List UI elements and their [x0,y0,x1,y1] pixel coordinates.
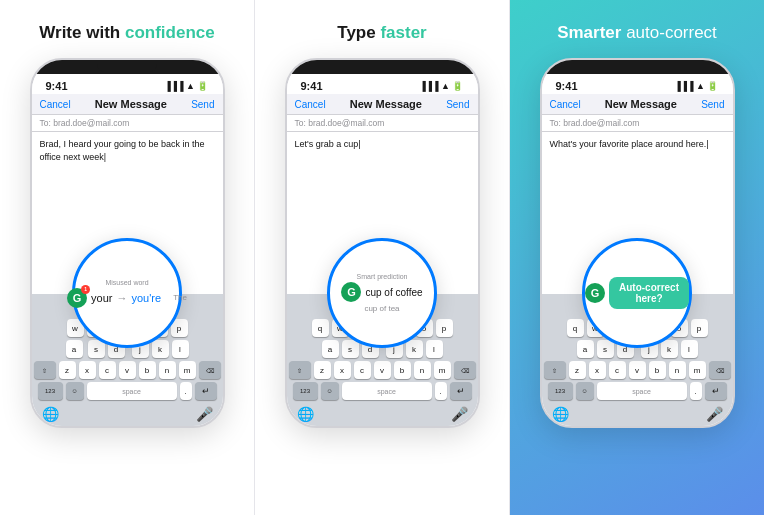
num-key-3[interactable]: 123 [548,382,573,400]
panel1-accent: confidence [125,23,215,42]
key-v3[interactable]: v [629,361,646,379]
period-key-1[interactable]: . [180,382,192,400]
arrow-1: → [117,292,128,304]
shift-key-3[interactable]: ⇧ [544,361,566,379]
cancel-btn-3[interactable]: Cancel [550,99,581,110]
mail-body-2[interactable]: Let's grab a cup| [287,132,478,182]
mic-icon-2[interactable]: 🎤 [451,406,468,422]
app-container: Write with confidence 9:41 ▐▐▐ ▲ 🔋 Cance… [0,0,764,515]
key-s2[interactable]: s [342,340,359,358]
autocorrect-suggestion-3[interactable]: Auto-correcthere? [609,277,689,309]
panel3-title: Smarter auto-correct [557,22,717,44]
key-k[interactable]: k [152,340,169,358]
num-key-2[interactable]: 123 [293,382,318,400]
key-m3[interactable]: m [689,361,706,379]
globe-icon-3[interactable]: 🌐 [552,406,569,422]
shift-key-2[interactable]: ⇧ [289,361,311,379]
key-x2[interactable]: x [334,361,351,379]
key-q2[interactable]: q [312,319,329,337]
key-b2[interactable]: b [394,361,411,379]
return-key-1[interactable]: ↵ [195,382,217,400]
key-c3[interactable]: c [609,361,626,379]
globe-icon-1[interactable]: 🌐 [42,406,59,422]
key-a3[interactable]: a [577,340,594,358]
status-icons-2: ▐▐▐ ▲ 🔋 [419,81,463,91]
status-bar-2: 9:41 ▐▐▐ ▲ 🔋 [287,74,478,94]
key-m2[interactable]: m [434,361,451,379]
key-q3[interactable]: q [567,319,584,337]
key-b1[interactable]: b [139,361,156,379]
key-z3[interactable]: z [569,361,586,379]
key-k2[interactable]: k [406,340,423,358]
delete-key-3[interactable]: ⌫ [709,361,731,379]
grammarly-logo-3: G [585,283,605,303]
delete-key-1[interactable]: ⌫ [199,361,221,379]
emoji-key-1[interactable]: ☺ [66,382,84,400]
panel-autocorrect: Smarter auto-correct 9:41 ▐▐▐ ▲ 🔋 Cancel… [510,0,764,515]
cancel-btn-1[interactable]: Cancel [40,99,71,110]
panel-faster: Type faster 9:41 ▐▐▐ ▲ 🔋 Cancel New Mess… [255,0,509,515]
return-key-3[interactable]: ↵ [705,382,727,400]
num-key-1[interactable]: 123 [38,382,63,400]
mic-icon-1[interactable]: 🎤 [196,406,213,422]
mail-body-3[interactable]: What's your favorite place around here.| [542,132,733,182]
key-n1[interactable]: n [159,361,176,379]
key-l2[interactable]: l [426,340,443,358]
key-x1[interactable]: x [79,361,96,379]
cancel-btn-2[interactable]: Cancel [295,99,326,110]
period-key-3[interactable]: . [690,382,702,400]
send-btn-2[interactable]: Send [446,99,469,110]
mail-title-3: New Message [605,98,677,110]
shift-key-1[interactable]: ⇧ [34,361,56,379]
key-s3[interactable]: s [597,340,614,358]
key-k3[interactable]: k [661,340,678,358]
globe-icon-2[interactable]: 🌐 [297,406,314,422]
send-btn-1[interactable]: Send [191,99,214,110]
space-key-1[interactable]: space [87,382,177,400]
key-b3[interactable]: b [649,361,666,379]
wrong-word-1: your [91,292,112,304]
key-a[interactable]: a [66,340,83,358]
key-c2[interactable]: c [354,361,371,379]
key-l3[interactable]: l [681,340,698,358]
status-bar-1: 9:41 ▐▐▐ ▲ 🔋 [32,74,223,94]
key-n3[interactable]: n [669,361,686,379]
grammarly-overlay-3: G Auto-correcthere? [582,238,692,348]
key-s[interactable]: s [88,340,105,358]
space-key-3[interactable]: space [597,382,687,400]
prediction-row-2: G cup of coffee [341,282,422,302]
mail-body-1[interactable]: Brad, I heard your going to be back in t… [32,132,223,182]
prediction-main-2[interactable]: cup of coffee [365,287,422,298]
mail-to-3: To: brad.doe@mail.com [542,115,733,132]
key-z2[interactable]: z [314,361,331,379]
return-key-2[interactable]: ↵ [450,382,472,400]
key-p2[interactable]: p [436,319,453,337]
space-key-2[interactable]: space [342,382,432,400]
extra-label-1: The [173,293,187,302]
emoji-key-2[interactable]: ☺ [321,382,339,400]
phone-mockup-1: 9:41 ▐▐▐ ▲ 🔋 Cancel New Message Send To:… [30,58,225,428]
mic-icon-3[interactable]: 🎤 [706,406,723,422]
emoji-key-3[interactable]: ☺ [576,382,594,400]
key-c1[interactable]: c [99,361,116,379]
key-m1[interactable]: m [179,361,196,379]
key-n2[interactable]: n [414,361,431,379]
send-btn-3[interactable]: Send [701,99,724,110]
delete-key-2[interactable]: ⌫ [454,361,476,379]
phone-mockup-3: 9:41 ▐▐▐ ▲ 🔋 Cancel New Message Send To:… [540,58,735,428]
key-z1[interactable]: z [59,361,76,379]
key-x3[interactable]: x [589,361,606,379]
correction-row-1: G 1 your → you're The [67,288,187,308]
period-key-2[interactable]: . [435,382,447,400]
grammarly-overlay-2: Smart prediction G cup of coffee cup of … [327,238,437,348]
key-a2[interactable]: a [322,340,339,358]
key-p3[interactable]: p [691,319,708,337]
correct-word-1[interactable]: you're [132,292,162,304]
status-time-2: 9:41 [301,80,323,92]
bottom-bar-1: 🌐 🎤 [34,403,221,422]
key-v1[interactable]: v [119,361,136,379]
key-v2[interactable]: v [374,361,391,379]
key-l[interactable]: l [172,340,189,358]
mail-title-1: New Message [95,98,167,110]
row4-2: 123 ☺ space . ↵ [289,382,476,400]
